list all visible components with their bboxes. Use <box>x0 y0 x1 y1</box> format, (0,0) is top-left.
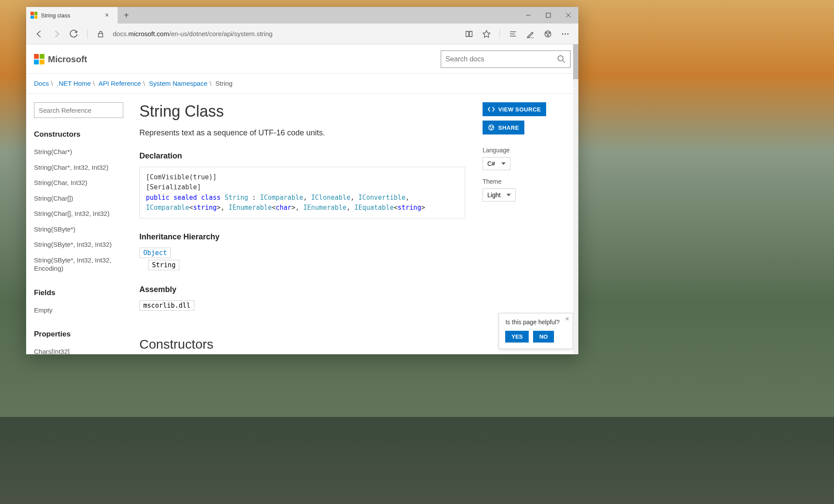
hierarchy-base[interactable]: Object <box>139 248 171 258</box>
breadcrumb-link[interactable]: Docs <box>34 80 49 87</box>
sidebar-item[interactable]: String(Char[], Int32, Int32) <box>34 206 132 222</box>
sidebar-item[interactable]: String(Char*) <box>34 144 132 160</box>
svg-point-20 <box>492 127 493 128</box>
sidebar: ConstructorsString(Char*)String(Char*, I… <box>26 94 139 354</box>
sidebar-item[interactable]: String(Char*, Int32, Int32) <box>34 160 132 175</box>
microsoft-logo-text: Microsoft <box>48 54 87 64</box>
svg-line-17 <box>563 60 565 63</box>
sidebar-section-title: Properties <box>34 330 132 339</box>
sidebar-item[interactable]: String(SByte*, Int32, Int32, Encoding) <box>34 252 132 276</box>
chevron-down-icon <box>506 194 511 196</box>
sidebar-item[interactable]: String(Char[]) <box>34 191 132 206</box>
notes-icon[interactable] <box>523 26 538 42</box>
forward-button[interactable] <box>49 26 64 42</box>
share-button[interactable]: SHARE <box>483 121 524 134</box>
favorite-icon[interactable] <box>479 26 494 42</box>
article: String Class Represents text as a sequen… <box>139 94 483 354</box>
maximize-button[interactable] <box>538 7 558 24</box>
titlebar: String class × + <box>26 7 578 24</box>
search-reference-input[interactable] <box>34 102 123 118</box>
more-icon[interactable] <box>557 26 573 42</box>
scrollbar[interactable] <box>573 44 578 354</box>
svg-point-21 <box>491 128 492 129</box>
inheritance-hierarchy: Object String <box>139 248 465 272</box>
feedback-close-icon[interactable]: × <box>565 315 569 323</box>
close-tab-icon[interactable]: × <box>102 11 111 19</box>
svg-point-13 <box>562 33 564 34</box>
sidebar-item[interactable]: Chars[Int32] <box>34 344 132 354</box>
address-bar[interactable]: docs.microsoft.com/en-us/dotnet/core/api… <box>110 30 459 37</box>
feedback-yes-button[interactable]: YES <box>505 331 529 343</box>
svg-point-19 <box>490 126 491 127</box>
language-label: Language <box>483 147 571 154</box>
feedback-popup: × Is this page helpful? YES NO <box>499 313 573 349</box>
view-source-button[interactable]: VIEW SOURCE <box>483 102 546 116</box>
search-docs-input[interactable] <box>446 55 557 63</box>
sidebar-item[interactable]: String(SByte*) <box>34 222 132 237</box>
window-controls <box>518 7 578 24</box>
search-docs[interactable] <box>441 50 571 68</box>
svg-point-15 <box>567 33 569 34</box>
breadcrumb-link[interactable]: .NET Home <box>57 80 91 87</box>
microsoft-logo-icon <box>34 54 44 64</box>
feedback-no-button[interactable]: NO <box>533 331 554 343</box>
feedback-question: Is this page helpful? <box>505 319 567 326</box>
sidebar-item[interactable]: Empty <box>34 302 132 318</box>
page-title: String Class <box>139 102 465 121</box>
svg-point-11 <box>549 32 550 34</box>
navbar: docs.microsoft.com/en-us/dotnet/core/api… <box>26 24 578 44</box>
code-icon <box>488 106 495 113</box>
scrollbar-thumb[interactable] <box>573 44 578 79</box>
close-window-button[interactable] <box>558 7 578 24</box>
search-icon <box>557 55 566 64</box>
microsoft-logo[interactable]: Microsoft <box>34 54 87 64</box>
sidebar-item[interactable]: String(Char, Int32) <box>34 175 132 191</box>
svg-point-12 <box>547 34 549 36</box>
tab-title: String class <box>41 12 99 19</box>
theme-dropdown[interactable]: Light <box>483 188 516 202</box>
sidebar-section-title: Fields <box>34 289 132 297</box>
share-icon <box>488 124 495 131</box>
svg-point-14 <box>565 33 566 34</box>
hierarchy-derived: String <box>148 260 179 270</box>
site-header: Microsoft <box>26 44 578 74</box>
svg-point-16 <box>558 56 563 61</box>
refresh-button[interactable] <box>66 26 82 42</box>
breadcrumb-current: String <box>216 80 233 87</box>
page-content: Microsoft Docs\ .NET Home\ API Reference… <box>26 44 578 354</box>
browser-window: String class × + docs.microsoft.com/en-u… <box>26 7 578 354</box>
hierarchy-heading: Inheritance Hierarchy <box>139 232 465 242</box>
svg-rect-1 <box>546 13 550 17</box>
sidebar-section-title: Constructors <box>34 130 132 139</box>
tab-favicon <box>30 12 37 19</box>
sidebar-item[interactable]: String(SByte*, Int32, Int32) <box>34 237 132 252</box>
breadcrumb-link[interactable]: API Reference <box>98 80 141 87</box>
breadcrumb: Docs\ .NET Home\ API Reference\ System N… <box>26 74 578 94</box>
back-button[interactable] <box>31 26 47 42</box>
constructors-section-heading: Constructors <box>139 337 465 352</box>
page-description: Represents text as a sequence of UTF-16 … <box>139 128 465 138</box>
declaration-heading: Declaration <box>139 151 465 161</box>
declaration-code: [ComVisible(true)] [Serializable] public… <box>139 167 465 218</box>
chevron-down-icon <box>501 162 506 165</box>
theme-label: Theme <box>483 178 571 185</box>
language-dropdown[interactable]: C# <box>483 157 510 170</box>
minimize-button[interactable] <box>518 7 538 24</box>
share-icon[interactable] <box>540 26 556 42</box>
svg-rect-4 <box>98 34 103 37</box>
new-tab-button[interactable]: + <box>118 7 135 24</box>
hub-icon[interactable] <box>505 26 521 42</box>
assembly-heading: Assembly <box>139 285 465 294</box>
reading-view-icon[interactable] <box>461 26 477 42</box>
lock-icon <box>93 26 108 42</box>
assembly-value: mscorlib.dll <box>139 300 194 311</box>
breadcrumb-link[interactable]: System Namespace <box>149 80 207 87</box>
svg-point-10 <box>546 32 547 34</box>
browser-tab[interactable]: String class × <box>26 7 118 24</box>
